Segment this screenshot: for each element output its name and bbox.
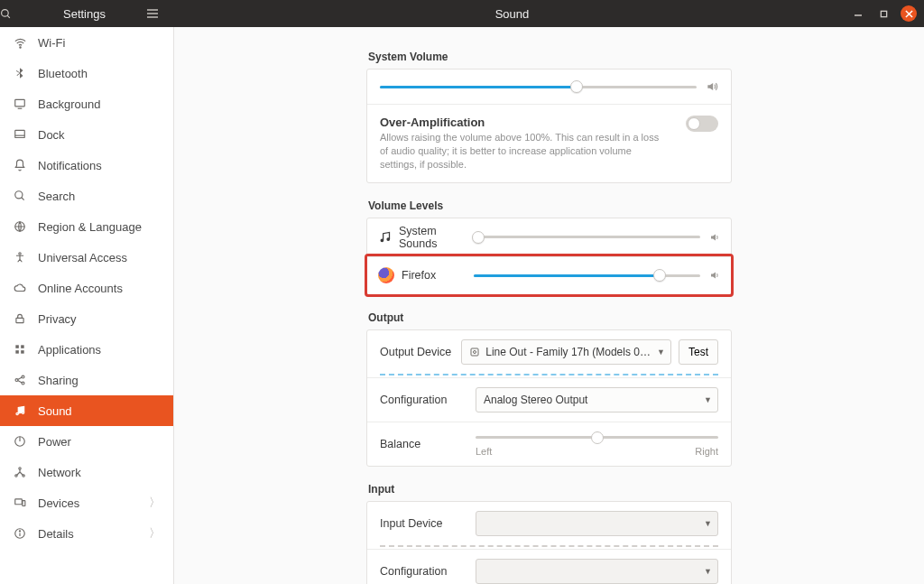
music-note-icon (378, 229, 392, 246)
sidebar-item-label: Devices (38, 496, 79, 510)
svg-rect-36 (23, 501, 25, 506)
output-device-value: Line Out - Family 17h (Models 0… (485, 346, 651, 358)
svg-line-27 (18, 381, 23, 383)
close-button[interactable] (901, 5, 917, 22)
chevron-down-icon: ▼ (704, 567, 712, 576)
output-device-combobox[interactable]: Line Out - Family 17h (Models 0… ▼ (461, 339, 671, 365)
balance-label: Balance (380, 438, 467, 450)
sidebar-item-label: Privacy (38, 312, 77, 326)
sidebar-item-background[interactable]: Background (0, 88, 173, 119)
titlebar-left: Settings (0, 0, 174, 27)
sidebar-item-universal[interactable]: Universal Access (0, 242, 173, 273)
sidebar-item-label: Online Accounts (38, 282, 123, 295)
sidebar-item-dock[interactable]: Dock (0, 119, 173, 150)
chevron-right-icon: 〉 (149, 525, 161, 542)
search-icon[interactable] (0, 8, 27, 20)
app-volume-slider[interactable] (474, 269, 700, 282)
input-device-combobox[interactable]: ▼ (476, 511, 718, 536)
sidebar-item-label: Region & Language (38, 220, 142, 234)
input-config-combobox[interactable]: ▼ (476, 559, 718, 584)
balance-right-label: Right (695, 446, 718, 457)
background-icon (13, 97, 27, 111)
svg-point-40 (381, 239, 383, 242)
chevron-down-icon: ▼ (704, 395, 712, 404)
sidebar-item-label: Details (38, 527, 74, 541)
svg-line-1 (7, 15, 10, 18)
sidebar-item-region[interactable]: Region & Language (0, 211, 173, 242)
sidebar-item-applications[interactable]: Applications (0, 334, 173, 365)
output-device-label: Output Device (380, 346, 452, 358)
balance-left-label: Left (476, 446, 492, 457)
sidebar-item-devices[interactable]: Devices 〉 (0, 487, 173, 518)
speaker-icon[interactable] (709, 270, 720, 281)
section-title-output: Output (368, 311, 732, 324)
sidebar-item-label: Search (38, 190, 75, 203)
power-icon (13, 434, 27, 449)
maximize-button[interactable] (875, 5, 892, 22)
balance-slider[interactable] (476, 431, 718, 444)
system-volume-card: Over-Amplification Allows raising the vo… (366, 69, 732, 183)
input-device-label: Input Device (380, 517, 467, 530)
network-icon (13, 465, 27, 479)
svg-point-41 (387, 238, 390, 241)
share-icon (13, 373, 27, 387)
hamburger-icon[interactable] (147, 9, 174, 18)
svg-rect-35 (15, 499, 23, 505)
svg-rect-42 (471, 348, 478, 356)
input-config-label: Configuration (380, 565, 467, 578)
sidebar-item-privacy[interactable]: Privacy (0, 303, 173, 334)
svg-rect-6 (881, 11, 886, 16)
minimize-button[interactable] (850, 5, 866, 22)
sidebar-item-label: Dock (38, 128, 65, 142)
sidebar-item-network[interactable]: Network (0, 457, 173, 487)
chevron-right-icon: 〉 (149, 495, 161, 511)
sidebar-item-details[interactable]: Details 〉 (0, 518, 173, 549)
sidebar-item-power[interactable]: Power (0, 426, 173, 457)
highlighted-firefox-row: Firefox (365, 254, 734, 297)
svg-point-28 (16, 413, 18, 414)
sidebar-item-label: Wi-Fi (38, 36, 65, 50)
devices-icon (13, 496, 27, 510)
sidebar-item-label: Background (38, 97, 100, 111)
section-title-system-volume: System Volume (368, 51, 732, 63)
firefox-icon (378, 267, 394, 283)
sidebar-item-search[interactable]: Search (0, 181, 173, 211)
sidebar-item-notifications[interactable]: Notifications (0, 150, 173, 181)
bluetooth-icon (13, 66, 27, 80)
system-volume-slider[interactable] (380, 80, 697, 93)
output-config-combobox[interactable]: Analog Stereo Output ▼ (476, 387, 718, 413)
svg-rect-21 (15, 350, 19, 354)
test-button[interactable]: Test (679, 339, 718, 365)
lock-icon (13, 311, 27, 326)
svg-point-0 (2, 9, 9, 16)
sidebar: Wi-Fi Bluetooth Background Dock Notifica… (0, 27, 174, 584)
svg-point-17 (19, 253, 21, 255)
sidebar-item-wifi[interactable]: Wi-Fi (0, 27, 173, 58)
svg-point-9 (19, 46, 20, 47)
sidebar-item-label: Notifications (38, 159, 102, 172)
sidebar-item-sound[interactable]: Sound (0, 395, 173, 426)
svg-point-14 (15, 191, 23, 199)
cloud-icon (13, 281, 27, 295)
app-volume-slider[interactable] (474, 231, 700, 244)
speaker-icon[interactable] (706, 80, 718, 93)
over-amp-toggle[interactable] (686, 116, 718, 132)
search-icon (13, 189, 27, 203)
sidebar-item-bluetooth[interactable]: Bluetooth (0, 58, 173, 88)
content-area[interactable]: System Volume Over-Amplification Al (174, 27, 924, 584)
info-icon (13, 526, 27, 541)
svg-point-43 (474, 350, 476, 353)
sidebar-item-online-accounts[interactable]: Online Accounts (0, 273, 173, 303)
over-amp-desc: Allows raising the volume above 100%. Th… (380, 131, 669, 171)
svg-point-39 (19, 531, 20, 532)
sidebar-item-label: Sound (38, 404, 72, 418)
speaker-icon[interactable] (709, 232, 720, 243)
wifi-icon (13, 35, 27, 50)
svg-point-32 (19, 468, 21, 469)
sidebar-item-sharing[interactable]: Sharing (0, 365, 173, 395)
globe-icon (13, 219, 27, 234)
volume-levels-card: System Sounds Firefox (366, 218, 732, 295)
chevron-down-icon: ▼ (704, 519, 712, 528)
chevron-down-icon: ▼ (657, 348, 665, 357)
section-title-input: Input (368, 483, 732, 496)
